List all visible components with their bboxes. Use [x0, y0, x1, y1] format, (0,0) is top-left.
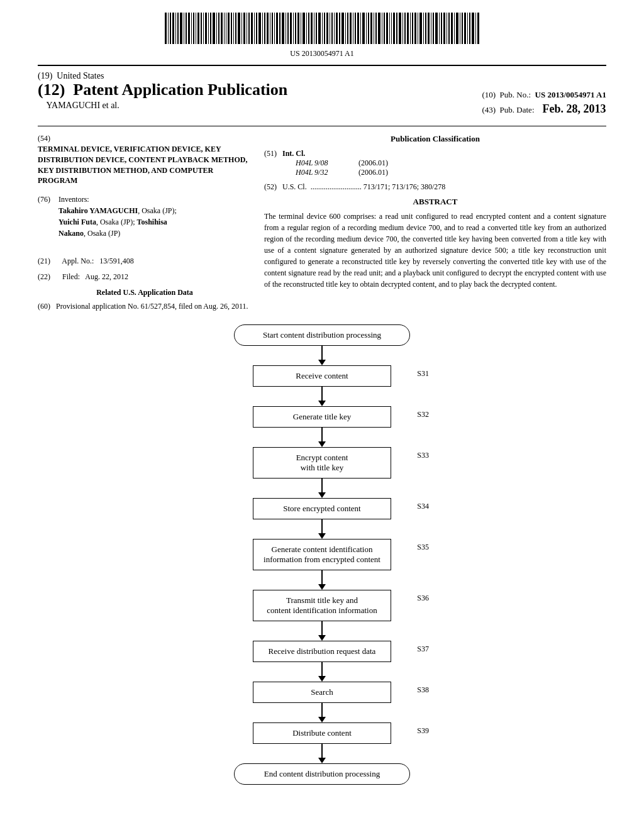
- s35-node: Generate content identificationinformati…: [253, 539, 391, 570]
- svg-rect-98: [418, 13, 418, 44]
- svg-rect-59: [316, 13, 317, 44]
- left-header: (19) United States (12) Patent Applicati…: [38, 71, 469, 111]
- field-60-text: Provisional application No. 61/527,854, …: [56, 302, 248, 311]
- field-52-label: U.S. Cl.: [282, 182, 307, 191]
- svg-rect-11: [193, 13, 194, 44]
- svg-rect-20: [216, 13, 217, 44]
- svg-rect-4: [175, 13, 176, 44]
- s31-node: Receive content: [253, 365, 391, 387]
- arrowhead: [318, 758, 326, 763]
- field-51-label: Int. Cl.: [282, 149, 305, 158]
- svg-rect-41: [270, 13, 270, 44]
- doc-kind-number: (12): [38, 80, 65, 99]
- line: [321, 570, 323, 584]
- svg-rect-71: [347, 13, 348, 44]
- publication-number: US 20130054971 A1: [38, 49, 606, 58]
- svg-rect-118: [469, 13, 470, 44]
- svg-rect-87: [389, 13, 390, 44]
- svg-rect-76: [360, 13, 361, 44]
- arrowhead: [318, 533, 326, 539]
- svg-rect-93: [404, 13, 406, 44]
- svg-rect-103: [431, 13, 431, 44]
- svg-rect-64: [330, 13, 330, 44]
- step-s35-entry: Generate content identificationinformati…: [190, 519, 454, 570]
- svg-rect-120: [475, 13, 476, 44]
- line: [321, 479, 323, 492]
- arrowhead: [318, 360, 326, 365]
- field-51-code-0-row: H04L 9/08 (2006.01): [296, 158, 606, 168]
- arrowhead: [318, 492, 326, 498]
- pub-no-line: (10) Pub. No.: US 2013/0054971 A1: [482, 90, 606, 100]
- svg-rect-17: [208, 13, 209, 44]
- svg-rect-117: [467, 13, 468, 44]
- svg-rect-42: [272, 13, 273, 44]
- pub-date-number: (43): [482, 105, 496, 114]
- field-51-code-1-row: H04L 9/32 (2006.01): [296, 168, 606, 177]
- s37-pair: Receive distribution request data S37: [190, 641, 454, 662]
- svg-rect-101: [425, 13, 426, 44]
- step-s36-entry: Transmit title key andcontent identifica…: [190, 570, 454, 621]
- svg-rect-46: [282, 13, 284, 44]
- field-22: (22) Filed: Aug. 22, 2012: [38, 272, 252, 282]
- field-21: (21) Appl. No.: 13/591,408: [38, 257, 252, 266]
- svg-rect-74: [355, 13, 356, 44]
- s36-label: S36: [417, 594, 429, 603]
- field-54-number: (54): [38, 134, 57, 143]
- svg-rect-68: [339, 13, 340, 44]
- s37-label: S37: [417, 645, 429, 654]
- svg-rect-104: [433, 13, 434, 44]
- header-section: (19) United States (12) Patent Applicati…: [38, 65, 606, 116]
- related-header: Related U.S. Application Data: [38, 288, 252, 297]
- line: [321, 346, 323, 360]
- s38-node: Search: [253, 682, 391, 703]
- step-s33-entry: Encrypt contentwith title key S33: [190, 428, 454, 479]
- svg-rect-10: [191, 13, 192, 44]
- svg-rect-0: [165, 13, 167, 44]
- svg-rect-21: [218, 13, 219, 44]
- field-51-year-1: (2006.01): [358, 168, 388, 177]
- field-52-value: 713/171; 713/176; 380/278: [364, 182, 446, 191]
- body-section: (54) TERMINAL DEVICE, VERIFICATION DEVIC…: [38, 126, 606, 312]
- svg-rect-67: [336, 13, 338, 44]
- svg-rect-56: [308, 13, 309, 44]
- svg-rect-25: [228, 13, 230, 44]
- country-label: (19) United States: [38, 71, 469, 81]
- arrow-to-s37: [318, 621, 326, 641]
- arrow-to-s35: [318, 519, 326, 539]
- svg-rect-50: [293, 13, 294, 44]
- s35-pair: Generate content identificationinformati…: [190, 539, 454, 570]
- svg-rect-9: [188, 13, 190, 44]
- arrow-to-s38: [318, 662, 326, 682]
- doc-kind: Patent Application Publication: [73, 80, 287, 99]
- flowchart-section: Start content distribution processing Re…: [38, 324, 606, 785]
- svg-rect-53: [301, 13, 301, 44]
- end-node-wrapper: End content distribution processing: [190, 763, 454, 785]
- svg-rect-106: [439, 13, 440, 44]
- inventor-1-name: Yuichi Futa: [58, 218, 96, 226]
- arrow-to-s39: [318, 703, 326, 722]
- svg-rect-37: [258, 13, 261, 44]
- svg-rect-3: [172, 13, 174, 44]
- svg-rect-109: [447, 13, 447, 44]
- field-52: (52) U.S. Cl. ..........................…: [264, 182, 606, 192]
- svg-rect-2: [170, 13, 171, 44]
- arrow-to-end: [318, 744, 326, 763]
- svg-rect-39: [264, 13, 265, 44]
- s32-pair: Generate title key S32: [190, 406, 454, 428]
- svg-rect-81: [374, 13, 374, 44]
- svg-rect-73: [353, 13, 353, 44]
- svg-rect-7: [184, 13, 184, 44]
- field-54: (54) TERMINAL DEVICE, VERIFICATION DEVIC…: [38, 134, 252, 186]
- field-76-content: Inventors: Takahiro YAMAGUCHI, Osaka (JP…: [58, 194, 177, 239]
- svg-rect-48: [287, 13, 289, 44]
- svg-rect-45: [279, 13, 280, 44]
- field-51-code-0: H04L 9/08: [296, 158, 346, 168]
- right-header: (10) Pub. No.: US 2013/0054971 A1 (43) P…: [469, 71, 606, 116]
- arrowhead: [318, 584, 326, 590]
- svg-rect-29: [238, 13, 240, 44]
- svg-rect-12: [196, 13, 196, 44]
- svg-rect-61: [322, 13, 323, 44]
- pub-no-number: (10): [482, 90, 496, 99]
- svg-rect-72: [350, 13, 352, 44]
- inventor-0-name: Takahiro YAMAGUCHI: [58, 206, 138, 215]
